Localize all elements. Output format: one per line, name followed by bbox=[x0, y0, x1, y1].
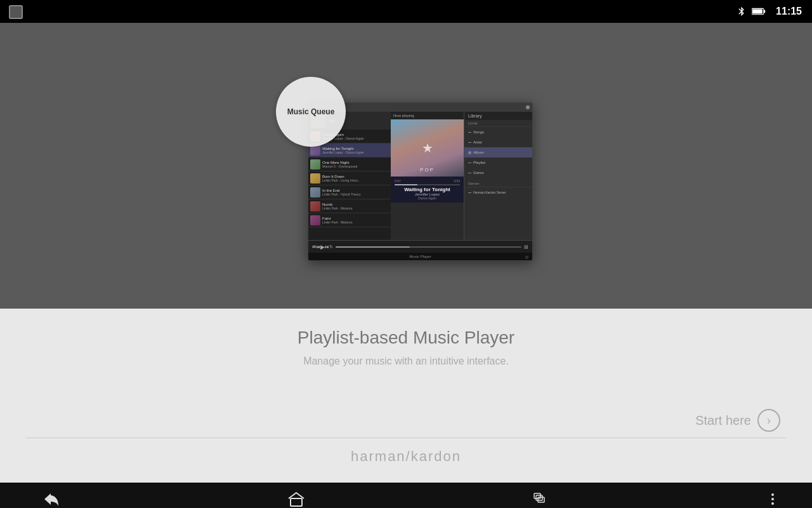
now-playing-song-title: Waiting for Tonight bbox=[395, 187, 460, 192]
chevron-right-icon: › bbox=[767, 414, 771, 427]
library-item-icon-playlist bbox=[468, 163, 471, 163]
repeat-button[interactable]: ↻ bbox=[329, 244, 333, 250]
status-bar: 11:15 bbox=[0, 0, 812, 23]
upper-section: Music Queue Sk... bbox=[0, 23, 812, 309]
library-item-icon-album bbox=[468, 151, 471, 154]
more-dot-1 bbox=[771, 493, 774, 496]
library-item-icon-songs bbox=[468, 132, 471, 133]
controls-progress-fill bbox=[336, 246, 410, 248]
now-playing-label: Now playing bbox=[391, 112, 464, 119]
queue-item[interactable]: Burn It Down Linkin Park - Living Intoxi… bbox=[308, 171, 391, 185]
divider bbox=[25, 438, 787, 438]
library-item-icon-genre bbox=[468, 173, 471, 173]
queue-item-active[interactable]: Waiting for Tonight Jennifer Lopez - Dan… bbox=[308, 144, 391, 157]
library-header: Library bbox=[464, 112, 532, 120]
svg-rect-5 bbox=[536, 495, 542, 500]
now-playing-panel: Now playing ★ POP 0:57 3:53 bbox=[391, 112, 464, 240]
track-artist-4: Linkin Park - Living Intoxi... bbox=[322, 178, 389, 182]
page-title: Playlist-based Music Player bbox=[298, 328, 514, 348]
library-album-item[interactable]: Album bbox=[464, 147, 532, 157]
start-here-row: Start here › bbox=[695, 409, 780, 432]
controls-progress-bar[interactable] bbox=[336, 246, 521, 248]
queue-item[interactable]: One More Night Maroon 5 - Overexposed bbox=[308, 157, 391, 171]
more-dot-2 bbox=[771, 498, 774, 500]
music-queue-circle: Music Queue bbox=[276, 77, 346, 147]
svg-rect-2 bbox=[752, 9, 763, 13]
library-panel: Library Local Songs Artist Album bbox=[464, 112, 532, 240]
app-label-bar: Music Player ⊙ bbox=[308, 253, 532, 260]
progress-times: 0:57 3:53 bbox=[395, 179, 460, 183]
bluetooth-icon bbox=[737, 5, 747, 18]
status-time: 11:15 bbox=[776, 6, 802, 17]
queue-item[interactable]: Numb Linkin Park - Meteora bbox=[308, 199, 391, 213]
progress-fill bbox=[395, 184, 417, 185]
more-dot-3 bbox=[771, 502, 774, 505]
library-playlist-item[interactable]: Playlist bbox=[464, 157, 532, 168]
track-artist-6: Linkin Park - Meteora bbox=[322, 206, 389, 210]
battery-icon bbox=[752, 7, 766, 16]
library-server-section: Server bbox=[464, 180, 532, 187]
library-artist-item[interactable]: Artist bbox=[464, 137, 532, 147]
svg-rect-3 bbox=[291, 498, 302, 506]
back-button[interactable] bbox=[38, 485, 66, 508]
track-artist-7: Linkin Park - Meteora bbox=[322, 220, 389, 224]
music-queue-label: Music Queue bbox=[287, 107, 335, 116]
progress-track[interactable] bbox=[395, 184, 460, 185]
track-artist-5: Linkin Park - Hybrid Theory bbox=[322, 192, 389, 196]
track-thumb-7 bbox=[310, 215, 320, 225]
play-pause-button[interactable]: ▶ bbox=[320, 244, 325, 250]
album-art: ★ POP bbox=[391, 119, 464, 177]
queue-item[interactable]: In the End Linkin Park - Hybrid Theory bbox=[308, 185, 391, 199]
recent-apps-button[interactable] bbox=[527, 485, 555, 508]
library-item-icon-artist bbox=[468, 142, 471, 143]
album-art-pop-label: POP bbox=[420, 167, 435, 173]
library-songs-item[interactable]: Songs bbox=[464, 127, 532, 137]
track-artist-2: Jennifer Lopez - Dance Again bbox=[322, 150, 389, 154]
controls-bar: ⇄ ⏮ ▶ ⏭ ↻ ▤ bbox=[308, 240, 532, 253]
library-item-icon-server bbox=[468, 192, 471, 193]
lower-section: Playlist-based Music Player Manage your … bbox=[0, 309, 812, 483]
more-options-button[interactable] bbox=[771, 493, 774, 505]
harman-kardon-logo: harman/kardon bbox=[351, 448, 461, 465]
start-here-button[interactable]: › bbox=[757, 409, 780, 432]
phone-mockup: Music Queue Sk... bbox=[289, 83, 523, 261]
track-thumb-5 bbox=[310, 187, 320, 197]
navigation-bar bbox=[0, 483, 812, 508]
svg-rect-1 bbox=[764, 10, 765, 13]
track-artist-3: Maroon 5 - Overexposed bbox=[322, 164, 389, 168]
track-thumb-3 bbox=[310, 159, 320, 170]
minimize-dot bbox=[526, 105, 530, 109]
page-subtitle: Manage your music with an intuitive inte… bbox=[303, 356, 509, 367]
home-button[interactable] bbox=[282, 485, 310, 508]
prev-button[interactable]: ⏮ bbox=[316, 244, 320, 249]
track-thumb-4 bbox=[310, 173, 320, 184]
queue-item[interactable]: Faint Linkin Park - Meteora bbox=[308, 213, 391, 227]
progress-end: 3:53 bbox=[454, 179, 460, 183]
library-server-item[interactable]: Harman Kardon Server bbox=[464, 187, 532, 197]
svg-rect-6 bbox=[538, 497, 544, 502]
album-art-star-icon: ★ bbox=[422, 140, 433, 156]
now-playing-album: Dance Again bbox=[395, 196, 460, 200]
start-here-label: Start here bbox=[695, 413, 751, 428]
song-info-bar: 0:57 3:53 Waiting for Tonight Jennifer L… bbox=[391, 177, 464, 203]
track-thumb-6 bbox=[310, 201, 320, 211]
library-genre-item[interactable]: Genre bbox=[464, 168, 532, 178]
volume-button[interactable]: ▤ bbox=[524, 244, 528, 250]
next-button[interactable]: ⏭ bbox=[325, 244, 329, 249]
screenshot-icon bbox=[9, 5, 23, 19]
progress-start: 0:57 bbox=[395, 179, 401, 183]
svg-rect-4 bbox=[534, 493, 540, 498]
library-local-section: Local bbox=[464, 120, 532, 127]
